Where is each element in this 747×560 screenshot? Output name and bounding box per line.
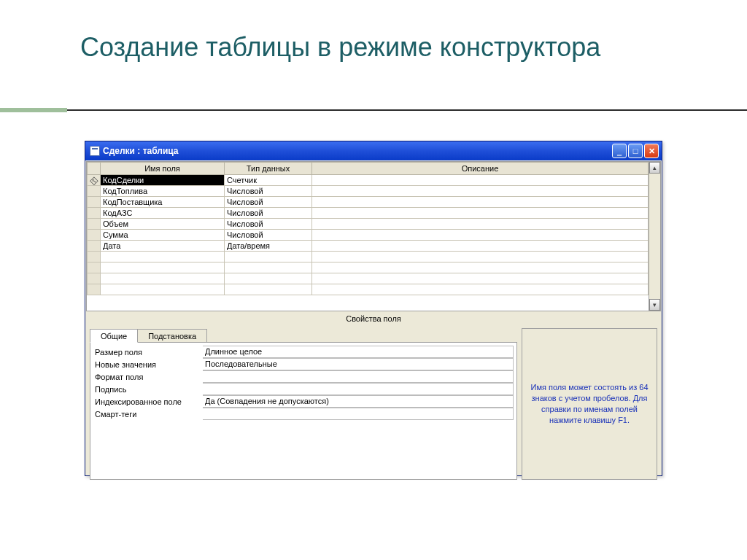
- field-type-cell[interactable]: Числовой: [225, 186, 312, 197]
- property-label: Новые значения: [93, 360, 203, 369]
- minimize-button[interactable]: ‗: [612, 144, 627, 158]
- properties-panel: Размер поляДлинное целоеНовые значенияПо…: [90, 342, 517, 480]
- maximize-button[interactable]: □: [628, 144, 643, 158]
- col-desc-header[interactable]: Описание: [312, 163, 649, 175]
- field-type-cell[interactable]: Счетчик: [225, 175, 312, 186]
- row-selector[interactable]: [88, 230, 101, 241]
- window-title: Сделки : таблица: [103, 146, 179, 156]
- slide-title: Создание таблицы в режиме конструктора: [80, 31, 600, 63]
- field-name-cell[interactable]: КодАЗС: [101, 208, 225, 219]
- help-panel: Имя поля может состоять из 64 знаков с у…: [522, 328, 657, 480]
- field-type-cell[interactable]: Числовой: [225, 208, 312, 219]
- grid-scrollbar[interactable]: ▴ ▾: [649, 162, 660, 311]
- col-type-header[interactable]: Тип данных: [225, 163, 312, 175]
- property-label: Индексированное поле: [93, 397, 203, 406]
- field-desc-cell[interactable]: [312, 208, 649, 219]
- table-row[interactable]: [88, 252, 649, 262]
- table-row[interactable]: КодПоставщикаЧисловой: [88, 197, 649, 208]
- field-desc-cell[interactable]: [312, 186, 649, 197]
- row-selector[interactable]: [88, 197, 101, 208]
- tab-lookup[interactable]: Подстановка: [137, 329, 207, 343]
- help-text: Имя поля может состоять из 64 знаков с у…: [530, 382, 649, 425]
- field-name-cell[interactable]: КодСделки: [101, 175, 225, 186]
- col-name-header[interactable]: Имя поля: [101, 163, 225, 175]
- property-label: Подпись: [93, 385, 203, 394]
- field-name-cell[interactable]: КодПоставщика: [101, 197, 225, 208]
- tab-general[interactable]: Общие: [90, 329, 138, 343]
- table-row[interactable]: [88, 273, 649, 284]
- property-label: Смарт-теги: [93, 410, 203, 419]
- table-row[interactable]: КодТопливаЧисловой: [88, 186, 649, 197]
- row-selector[interactable]: [88, 241, 101, 252]
- table-row[interactable]: ⚿КодСделкиСчетчик: [88, 175, 649, 186]
- window-titlebar[interactable]: Сделки : таблица ‗ □ ✕: [85, 141, 662, 160]
- close-button[interactable]: ✕: [644, 144, 659, 158]
- field-name-cell[interactable]: Сумма: [101, 230, 225, 241]
- table-row[interactable]: КодАЗСЧисловой: [88, 208, 649, 219]
- field-desc-cell[interactable]: [312, 175, 649, 186]
- property-row[interactable]: Новые значенияПоследовательные: [93, 358, 516, 370]
- field-type-cell[interactable]: Числовой: [225, 197, 312, 208]
- field-desc-cell[interactable]: [312, 197, 649, 208]
- field-desc-cell[interactable]: [312, 219, 649, 230]
- field-type-cell[interactable]: Дата/время: [225, 241, 312, 252]
- property-value[interactable]: [203, 408, 514, 420]
- table-row[interactable]: [88, 284, 649, 295]
- row-selector[interactable]: [88, 186, 101, 197]
- field-name-cell[interactable]: Объем: [101, 219, 225, 230]
- properties-header: Свойства поля: [85, 312, 662, 325]
- row-selector-header[interactable]: [88, 163, 101, 175]
- title-underline: [0, 108, 747, 112]
- field-type-cell[interactable]: Числовой: [225, 219, 312, 230]
- field-type-cell[interactable]: Числовой: [225, 230, 312, 241]
- property-row[interactable]: Размер поляДлинное целое: [93, 346, 516, 358]
- property-label: Размер поля: [93, 348, 203, 357]
- property-row[interactable]: Подпись: [93, 383, 516, 395]
- scroll-down-button[interactable]: ▾: [649, 299, 660, 311]
- row-selector[interactable]: [88, 219, 101, 230]
- property-value[interactable]: Последовательные: [203, 358, 514, 370]
- property-value[interactable]: [203, 370, 514, 383]
- field-name-cell[interactable]: КодТоплива: [101, 186, 225, 197]
- property-row[interactable]: Индексированное полеДа (Совпадения не до…: [93, 395, 516, 408]
- property-label: Формат поля: [93, 373, 203, 381]
- table-row[interactable]: ДатаДата/время: [88, 241, 649, 252]
- property-value[interactable]: [203, 383, 514, 395]
- row-selector[interactable]: [88, 208, 101, 219]
- field-name-cell[interactable]: Дата: [101, 241, 225, 252]
- scroll-up-button[interactable]: ▴: [649, 162, 660, 174]
- table-row[interactable]: СуммаЧисловой: [88, 230, 649, 241]
- property-row[interactable]: Смарт-теги: [93, 408, 516, 420]
- design-window: Сделки : таблица ‗ □ ✕ Имя поля Тип данн…: [85, 141, 662, 476]
- fields-grid[interactable]: Имя поля Тип данных Описание ⚿КодСделкиС…: [86, 161, 661, 311]
- field-desc-cell[interactable]: [312, 230, 649, 241]
- table-icon: [90, 146, 100, 156]
- field-desc-cell[interactable]: [312, 241, 649, 252]
- property-value[interactable]: Длинное целое: [203, 346, 514, 358]
- table-row[interactable]: [88, 262, 649, 273]
- row-selector[interactable]: ⚿: [88, 175, 101, 186]
- property-value[interactable]: Да (Совпадения не допускаются): [203, 395, 514, 408]
- property-row[interactable]: Формат поля: [93, 370, 516, 383]
- primary-key-icon: ⚿: [88, 175, 99, 185]
- table-row[interactable]: ОбъемЧисловой: [88, 219, 649, 230]
